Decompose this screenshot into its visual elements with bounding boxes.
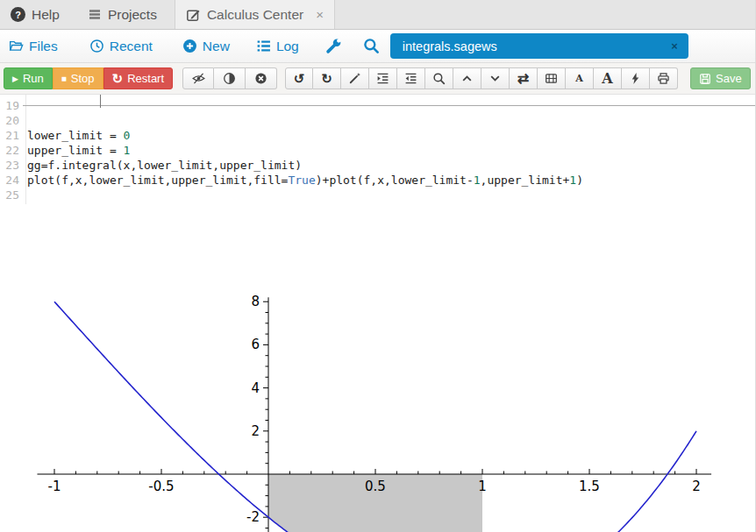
chevron-down-icon [489,72,502,85]
video-button[interactable] [538,67,566,89]
svg-text:1.5: 1.5 [579,479,600,494]
flash-button[interactable] [622,67,650,89]
editor-toolbar: ▶ Run ■ Stop ↻ Restart [0,63,756,95]
tab-label: Calculus Center [207,7,303,23]
line-content [23,98,756,113]
plot-output: -1-0.50.511.528642-2-4-6 [35,294,719,532]
stop-button[interactable]: ■ Stop [53,67,103,89]
clear-filename-icon[interactable]: × [671,39,678,53]
wrench-icon [325,38,342,54]
font-increase-button[interactable]: A [594,67,622,89]
new-label: New [203,39,230,54]
edit-square-icon [186,8,200,22]
filename-field[interactable]: integrals.sagews × [390,33,688,59]
save-label: Save [716,72,742,85]
line-number: 20 [0,113,23,128]
nav-item-files[interactable]: Files [9,39,58,54]
svg-text:8: 8 [251,294,260,309]
jump-down-button[interactable] [481,67,510,89]
save-button[interactable]: Save [690,67,751,89]
line-content: plot(f,x,lower_limit,upper_limit,fill=Tr… [23,173,756,188]
folder-open-icon [9,39,24,53]
undo-button[interactable]: ↺ [285,67,313,89]
projects-menu[interactable]: Projects [79,0,166,29]
code-line[interactable]: 24plot(f,x,lower_limit,upper_limit,fill=… [0,173,756,188]
code-line[interactable]: 20 [0,113,756,128]
nav-item-log[interactable]: Log [256,39,299,54]
find-button[interactable] [425,67,453,89]
help-label: Help [32,7,60,23]
svg-text:-0.5: -0.5 [148,479,174,494]
indent-button[interactable] [369,67,397,89]
svg-text:2: 2 [251,423,260,439]
line-number: 25 [0,188,23,202]
line-content: upper_limit = 1 [23,143,756,158]
nav-item-recent[interactable]: Recent [89,39,153,54]
line-content [23,188,756,202]
svg-text:6: 6 [251,337,260,352]
svg-text:-2: -2 [246,509,260,525]
print-button[interactable] [650,67,678,89]
font-decrease-button[interactable]: A [566,67,594,89]
tab-calculus-center[interactable]: Calculus Center × [175,0,335,29]
search-icon [432,72,446,85]
redo-button[interactable]: ↻ [313,67,341,89]
restart-label: Restart [127,72,164,85]
adjust-icon [223,72,236,85]
svg-text:4: 4 [251,380,260,396]
film-icon [545,72,558,85]
restart-icon: ↻ [112,72,124,85]
projects-label: Projects [108,7,157,23]
eye-slash-icon [192,72,205,85]
code-lines: 192021lower_limit = 022upper_limit = 123… [0,95,756,202]
svg-text:-1: -1 [48,479,61,494]
font-decrease-icon: A [575,73,583,84]
code-line[interactable]: 22upper_limit = 1 [0,143,756,158]
code-editor[interactable]: 192021lower_limit = 022upper_limit = 123… [0,95,756,532]
line-content: lower_limit = 0 [23,128,756,143]
code-line[interactable]: 19 [0,98,756,113]
print-icon [657,72,670,85]
outdent-icon [404,72,417,85]
project-nav-bar: Files Recent New Log [0,30,756,63]
exchange-icon: ⇄ [517,72,529,86]
settings-button[interactable] [325,38,342,54]
contrast-button[interactable] [214,67,246,89]
clock-icon [89,39,104,53]
line-number: 22 [0,143,23,158]
line-content [23,113,756,128]
code-line[interactable]: 21lower_limit = 0 [0,128,756,143]
help-menu[interactable]: ? Help [2,0,68,29]
format-button[interactable] [341,67,369,89]
line-number: 19 [0,98,23,113]
restart-button[interactable]: ↻ Restart [103,67,173,89]
code-line[interactable]: 23gg=f.integral(x,lower_limit,upper_limi… [0,158,756,173]
line-number: 21 [0,128,23,143]
toggle-hide-button[interactable] [182,67,214,89]
undo-icon: ↺ [294,72,305,85]
files-label: Files [29,39,58,54]
search-button[interactable] [363,38,380,54]
chevron-up-icon [460,72,474,85]
replace-button[interactable]: ⇄ [510,67,538,89]
times-circle-icon [254,72,267,85]
outdent-button[interactable] [397,67,425,89]
jump-up-button[interactable] [453,67,481,89]
redo-icon: ↻ [321,72,332,85]
bolt-icon [629,72,642,85]
run-label: Run [23,72,44,85]
tab-close-icon[interactable]: × [316,7,324,22]
delete-output-button[interactable] [246,67,277,89]
help-icon: ? [11,7,25,22]
run-button[interactable]: ▶ Run [4,67,53,89]
code-line[interactable]: 25 [0,188,756,202]
line-number: 23 [0,158,23,173]
line-content: gg=f.integral(x,lower_limit,upper_limit) [23,158,756,173]
play-icon: ▶ [12,74,18,83]
svg-text:2: 2 [692,479,701,494]
app-window: { "window": { "help_glyph": "?", "tabs":… [0,0,756,532]
nav-item-new[interactable]: New [182,39,230,54]
save-icon [699,73,711,85]
font-increase-icon: A [602,70,612,87]
svg-text:0.5: 0.5 [365,479,386,494]
